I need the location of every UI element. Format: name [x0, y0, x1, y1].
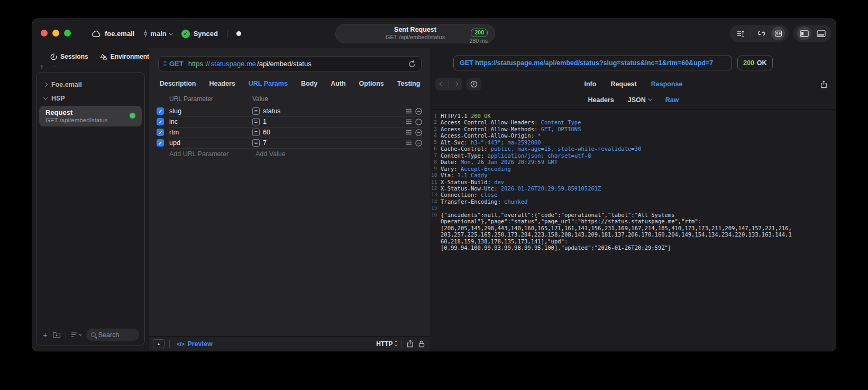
sent-request-pill[interactable]: Sent Request GET /api/embed/status 200 2…	[335, 24, 495, 43]
add-param-placeholder: Add URL Parameter	[169, 150, 255, 158]
param-name-input[interactable]: upd	[169, 139, 252, 147]
layout-toggles-group	[793, 25, 832, 42]
param-checkbox[interactable]: ✓	[157, 129, 164, 136]
add-item-button[interactable]: +	[40, 63, 44, 71]
tab-headers[interactable]: Headers	[209, 80, 235, 87]
share-icon[interactable]	[407, 340, 414, 348]
code-line: 12X-Status-Now-Utc: 2026-01-26T20:29:59.…	[431, 185, 836, 192]
remove-item-button[interactable]: −	[52, 63, 57, 71]
tab-testing[interactable]: Testing	[397, 80, 421, 87]
param-name-input[interactable]: inc	[169, 118, 252, 125]
tree-group-foe-email[interactable]: Foe.email	[36, 78, 144, 92]
code-line: [0,99.94,100,99.93,99.98,99.95,100],"upd…	[431, 244, 836, 251]
param-checkbox[interactable]: ✓	[157, 118, 164, 125]
chevron-down-icon	[168, 31, 172, 35]
param-name-input[interactable]: slug	[169, 107, 252, 115]
request-title: Sent Request	[386, 26, 445, 34]
tab-url-params[interactable]: URL Params	[249, 80, 288, 87]
code-line: 8Date: Mon, 26 Jan 2026 20:29:59 GMT	[431, 159, 836, 165]
param-checkbox[interactable]: ✓	[157, 139, 164, 147]
export-lines-icon[interactable]	[734, 26, 747, 40]
request-url-bar[interactable]: GET https://statuspage.me/api/embed/stat…	[158, 56, 422, 71]
response-subtab-raw[interactable]: Raw	[665, 96, 679, 104]
tab-auth[interactable]: Auth	[331, 80, 345, 87]
sidebar-search[interactable]	[86, 329, 139, 341]
param-checkbox[interactable]: ✓	[157, 107, 164, 115]
code-line: Operational"},"page":"status","page_url"…	[431, 218, 836, 224]
zoom-window-button[interactable]	[64, 30, 71, 37]
forward-icon[interactable]	[454, 82, 458, 86]
divider	[169, 340, 170, 348]
chevron-right-icon	[43, 83, 48, 87]
lock-icon[interactable]	[418, 340, 425, 348]
url-separator: ://	[204, 60, 210, 68]
history-clock-icon[interactable]	[467, 78, 481, 90]
reorder-lines-icon[interactable]	[404, 108, 414, 114]
param-name-input[interactable]: rtm	[169, 129, 252, 136]
sort-filter-icon[interactable]	[71, 332, 81, 338]
response-subtab-headers[interactable]: Headers	[588, 96, 614, 104]
collapse-panel-button[interactable]: ▲	[153, 339, 165, 348]
request-footer-bar: ▲ </> Preview HTTP	[149, 336, 431, 351]
export-response-icon[interactable]	[820, 80, 827, 88]
minimize-window-button[interactable]	[52, 30, 59, 37]
tab-body[interactable]: Body	[301, 80, 317, 87]
code-line: 16{"incidents":null,"overall":{"code":"o…	[431, 212, 836, 218]
protocol-select[interactable]: HTTP	[376, 340, 397, 348]
tree-group-hsp[interactable]: HSP	[36, 92, 144, 105]
back-icon[interactable]	[440, 82, 444, 86]
divider	[401, 340, 402, 348]
import-export-box-icon[interactable]	[771, 26, 785, 40]
remove-param-icon[interactable]	[414, 119, 423, 125]
response-tab-response[interactable]: Response	[651, 80, 683, 88]
preview-button[interactable]: </> Preview	[177, 340, 213, 348]
add-param-row[interactable]: Add URL Parameter Add Value	[149, 148, 431, 159]
remove-param-icon[interactable]	[414, 140, 423, 147]
param-value-input[interactable]: 1	[263, 118, 404, 125]
commit-icon	[143, 30, 148, 38]
new-folder-icon[interactable]	[52, 331, 61, 338]
sent-request-line[interactable]: GET https://statuspage.me/api/embed/stat…	[453, 56, 732, 70]
param-value-input[interactable]: status	[263, 107, 404, 115]
tab-options[interactable]: Options	[359, 80, 384, 87]
tab-sessions[interactable]: Sessions	[50, 53, 88, 60]
tab-description[interactable]: Description	[160, 80, 196, 87]
line-number	[431, 218, 441, 224]
method-select[interactable]: GET	[169, 60, 184, 68]
request-list-item[interactable]: Request GET /api/embed/status	[39, 106, 142, 126]
tab-environments[interactable]: Environments	[100, 53, 153, 60]
left-panel-icon[interactable]	[797, 26, 811, 40]
line-number: 6	[431, 146, 441, 152]
remove-param-icon[interactable]	[414, 129, 423, 136]
equals-badge: =	[252, 129, 260, 136]
new-request-button[interactable]: +	[43, 332, 48, 338]
param-value-input[interactable]: 7	[263, 139, 404, 147]
request-chain-icon[interactable]	[754, 26, 768, 40]
branch-selector[interactable]: main	[143, 30, 172, 38]
remove-param-icon[interactable]	[414, 108, 423, 115]
bottom-panel-icon[interactable]	[814, 26, 828, 40]
param-row-rtm: ✓rtm=60	[149, 127, 431, 138]
url-host: statuspage.me	[211, 60, 256, 68]
line-number: 4	[431, 132, 441, 139]
method-sort-arrows-icon[interactable]	[164, 61, 166, 66]
reorder-lines-icon[interactable]	[404, 140, 414, 146]
status-badge: 200	[471, 29, 488, 37]
refresh-icon[interactable]	[408, 60, 416, 68]
line-number: 11	[431, 179, 441, 185]
record-dot-icon[interactable]	[236, 31, 241, 36]
project-name[interactable]: foe.email	[105, 30, 134, 38]
reorder-lines-icon[interactable]	[404, 119, 414, 124]
request-editor-panel: GET https://statuspage.me/api/embed/stat…	[149, 48, 431, 351]
code-line: 5Alt-Svc: h3=":443"; ma=2592000	[431, 139, 836, 146]
response-tab-info[interactable]: Info	[584, 80, 597, 88]
code-line: 203,257,225,165,250,173,204,223,158,208,…	[431, 231, 836, 238]
search-input[interactable]	[98, 331, 134, 339]
response-subtab-json[interactable]: JSON	[628, 96, 652, 104]
response-tab-request[interactable]: Request	[610, 80, 636, 88]
line-number: 15	[431, 205, 441, 211]
close-window-button[interactable]	[41, 30, 48, 37]
sync-status: Synced	[194, 30, 218, 38]
reorder-lines-icon[interactable]	[404, 130, 414, 135]
param-value-input[interactable]: 60	[263, 129, 404, 136]
